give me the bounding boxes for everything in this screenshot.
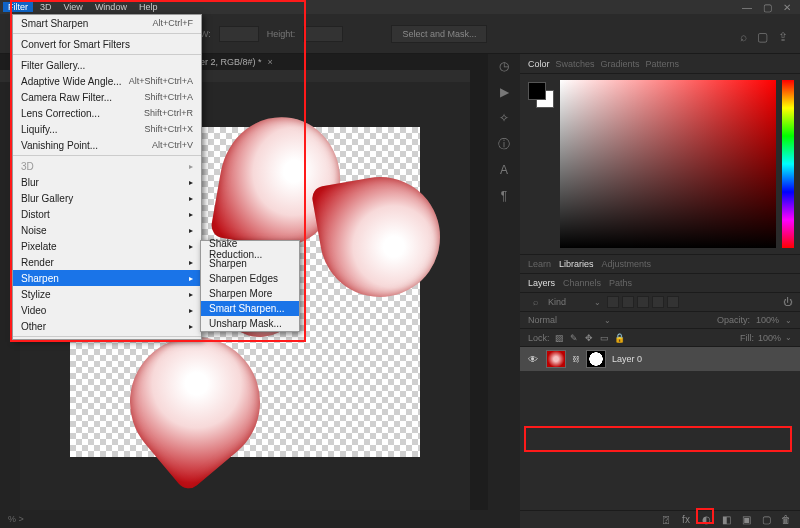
menu-group-noise[interactable]: Noise: [13, 222, 201, 238]
menu-item-convert-smart[interactable]: Convert for Smart Filters: [13, 36, 201, 52]
filter-dropdown-menu: Smart SharpenAlt+Ctrl+F Convert for Smar…: [12, 14, 202, 340]
menu-group-stylize[interactable]: Stylize: [13, 286, 201, 302]
tab-layers[interactable]: Layers: [528, 278, 555, 288]
window-controls: — ▢ ✕: [742, 2, 792, 13]
fg-color-swatch[interactable]: [528, 82, 546, 100]
width-field[interactable]: [219, 26, 259, 42]
tab-color[interactable]: Color: [528, 59, 550, 69]
close-tab-icon[interactable]: ×: [268, 57, 273, 67]
status-bar: % >: [0, 510, 490, 528]
menu-group-blur[interactable]: Blur: [13, 174, 201, 190]
height-label: Height:: [267, 29, 296, 39]
filter-adjust-icon[interactable]: [622, 296, 634, 308]
menu-help[interactable]: Help: [134, 2, 163, 12]
tab-gradients[interactable]: Gradients: [601, 59, 640, 69]
menu-group-other[interactable]: Other: [13, 318, 201, 334]
menu-filter[interactable]: Filter: [3, 2, 33, 12]
layer-visibility-icon[interactable]: 👁: [528, 354, 540, 365]
tab-swatches[interactable]: Swatches: [556, 59, 595, 69]
submenu-sharpen-edges[interactable]: Sharpen Edges: [201, 271, 299, 286]
menu-item-filter-gallery[interactable]: Filter Gallery...: [13, 57, 201, 73]
hue-slider[interactable]: [782, 80, 794, 248]
menu-item-liquify[interactable]: Liquify...Shift+Ctrl+X: [13, 121, 201, 137]
color-field[interactable]: [560, 80, 776, 248]
delete-layer-icon[interactable]: 🗑: [780, 514, 792, 525]
height-field[interactable]: [303, 26, 343, 42]
new-adjustment-icon[interactable]: ◧: [720, 514, 732, 525]
workspace-icon[interactable]: ▢: [757, 30, 768, 44]
menu-item-lens-correction[interactable]: Lens Correction...Shift+Ctrl+R: [13, 105, 201, 121]
fill-value[interactable]: 100%: [758, 333, 781, 343]
menu-item-camera-raw[interactable]: Camera Raw Filter...Shift+Ctrl+A: [13, 89, 201, 105]
opacity-value[interactable]: 100%: [756, 315, 779, 325]
submenu-smart-sharpen[interactable]: Smart Sharpen...: [201, 301, 299, 316]
menu-window[interactable]: Window: [90, 2, 132, 12]
lock-position-icon[interactable]: ✥: [584, 332, 595, 343]
paragraph-icon[interactable]: ¶: [496, 188, 512, 204]
menu-group-pixelate[interactable]: Pixelate: [13, 238, 201, 254]
play-icon[interactable]: ▶: [496, 84, 512, 100]
history-icon[interactable]: ◷: [496, 58, 512, 74]
tab-patterns[interactable]: Patterns: [646, 59, 680, 69]
menu-item-last-filter[interactable]: Smart SharpenAlt+Ctrl+F: [13, 15, 201, 31]
close-window-icon[interactable]: ✕: [782, 2, 792, 13]
info-icon[interactable]: ⓘ: [496, 136, 512, 152]
layer-filter-search-icon[interactable]: ⌕: [528, 297, 542, 307]
layer-mask-thumbnail[interactable]: [586, 350, 606, 368]
layers-footer: ⍰ fx ◐ ◧ ▣ ▢ 🗑: [520, 510, 800, 528]
minimize-icon[interactable]: —: [742, 2, 752, 13]
filter-smart-icon[interactable]: [667, 296, 679, 308]
layer-fx-icon[interactable]: fx: [680, 514, 692, 525]
tab-libraries[interactable]: Libraries: [559, 259, 594, 269]
tab-paths[interactable]: Paths: [609, 278, 632, 288]
submenu-shake-reduction[interactable]: Shake Reduction...: [201, 241, 299, 256]
new-group-icon[interactable]: ▣: [740, 514, 752, 525]
right-panel-stack: Color Swatches Gradients Patterns Learn …: [520, 54, 800, 528]
blend-mode-select[interactable]: Normal: [528, 315, 598, 325]
fg-bg-swatch[interactable]: [528, 82, 554, 108]
submenu-unsharp-mask[interactable]: Unsharp Mask...: [201, 316, 299, 331]
layer-filter-kind[interactable]: Kind: [548, 297, 588, 307]
lock-pixels-icon[interactable]: ✎: [569, 332, 580, 343]
menu-group-video[interactable]: Video: [13, 302, 201, 318]
flower-petal: [310, 167, 449, 306]
filter-type-icon[interactable]: [637, 296, 649, 308]
lock-label: Lock:: [528, 333, 550, 343]
menu-group-render[interactable]: Render: [13, 254, 201, 270]
filter-shape-icon[interactable]: [652, 296, 664, 308]
menu-item-vanishing-point[interactable]: Vanishing Point...Alt+Ctrl+V: [13, 137, 201, 153]
layer-thumbnail[interactable]: [546, 350, 566, 368]
share-icon[interactable]: ⇪: [778, 30, 788, 44]
link-layers-icon[interactable]: ⍰: [660, 514, 672, 525]
brush-icon[interactable]: ✧: [496, 110, 512, 126]
tab-adjustments[interactable]: Adjustments: [602, 259, 652, 269]
menu-item-wide-angle[interactable]: Adaptive Wide Angle...Alt+Shift+Ctrl+A: [13, 73, 201, 89]
add-mask-icon[interactable]: ◐: [700, 514, 712, 525]
menu-group-sharpen[interactable]: Sharpen: [13, 270, 201, 286]
tab-learn[interactable]: Learn: [528, 259, 551, 269]
mask-link-icon[interactable]: ⛓: [572, 355, 580, 364]
search-icon[interactable]: ⌕: [740, 30, 747, 44]
lock-all-icon[interactable]: 🔒: [614, 332, 625, 343]
filter-toggle-icon[interactable]: ⏻: [783, 297, 792, 307]
filter-pixel-icon[interactable]: [607, 296, 619, 308]
document-tab[interactable]: er 2, RGB/8#) * ×: [200, 54, 273, 70]
lock-artboard-icon[interactable]: ▭: [599, 332, 610, 343]
menu-group-distort[interactable]: Distort: [13, 206, 201, 222]
menu-group-blur-gallery[interactable]: Blur Gallery: [13, 190, 201, 206]
layer-name[interactable]: Layer 0: [612, 354, 642, 364]
submenu-sharpen-more[interactable]: Sharpen More: [201, 286, 299, 301]
tab-channels[interactable]: Channels: [563, 278, 601, 288]
select-and-mask-button[interactable]: Select and Mask...: [391, 25, 487, 43]
menu-3d[interactable]: 3D: [35, 2, 57, 12]
maximize-icon[interactable]: ▢: [762, 2, 772, 13]
new-layer-icon[interactable]: ▢: [760, 514, 772, 525]
menu-group-3d[interactable]: 3D: [13, 158, 201, 174]
menu-view[interactable]: View: [59, 2, 88, 12]
color-panel-tabs: Color Swatches Gradients Patterns: [520, 54, 800, 74]
fill-label: Fill:: [740, 333, 754, 343]
type-icon[interactable]: A: [496, 162, 512, 178]
workspace-icons: ⌕ ▢ ⇪: [740, 30, 788, 44]
lock-transparency-icon[interactable]: ▨: [554, 332, 565, 343]
layer-row-0[interactable]: 👁 ⛓ Layer 0: [520, 347, 800, 371]
